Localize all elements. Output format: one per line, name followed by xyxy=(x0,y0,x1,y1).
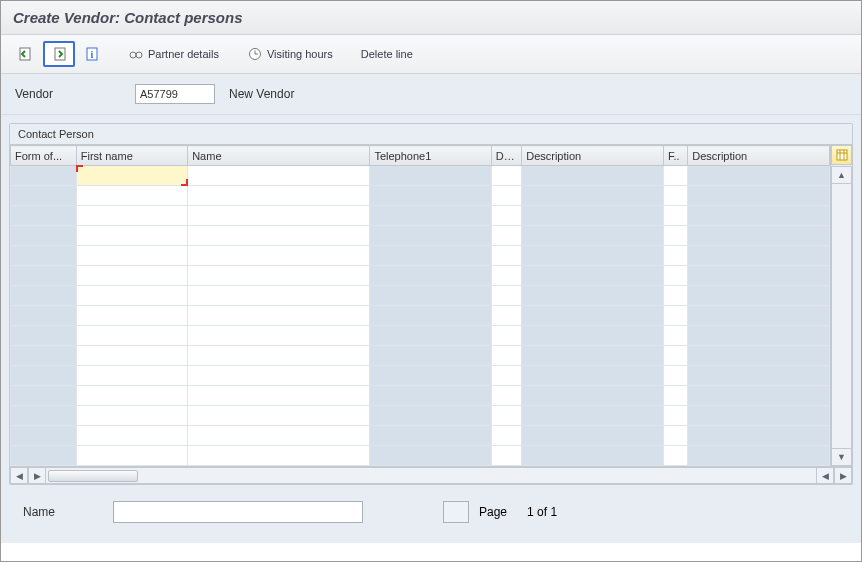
table-cell[interactable] xyxy=(188,406,370,426)
table-cell[interactable] xyxy=(522,406,664,426)
table-cell[interactable] xyxy=(76,166,187,186)
table-cell[interactable] xyxy=(76,346,187,366)
table-row[interactable] xyxy=(11,186,830,206)
contact-person-table[interactable]: Form of... First name Name Telephone1 De… xyxy=(10,145,830,466)
table-cell[interactable] xyxy=(76,246,187,266)
table-cell[interactable] xyxy=(522,186,664,206)
table-cell[interactable] xyxy=(370,246,491,266)
table-cell[interactable] xyxy=(663,246,687,266)
table-row[interactable] xyxy=(11,326,830,346)
table-cell[interactable] xyxy=(663,306,687,326)
table-cell[interactable] xyxy=(688,426,830,446)
table-cell[interactable] xyxy=(11,426,77,446)
nav-prev-button[interactable] xyxy=(11,42,41,66)
table-cell[interactable] xyxy=(663,446,687,466)
table-cell[interactable] xyxy=(188,426,370,446)
table-cell[interactable] xyxy=(663,266,687,286)
table-cell[interactable] xyxy=(688,166,830,186)
table-cell[interactable] xyxy=(188,186,370,206)
table-cell[interactable] xyxy=(11,386,77,406)
table-cell[interactable] xyxy=(491,386,521,406)
table-cell[interactable] xyxy=(491,226,521,246)
table-cell[interactable] xyxy=(188,306,370,326)
table-cell[interactable] xyxy=(491,366,521,386)
table-cell[interactable] xyxy=(688,326,830,346)
table-row[interactable] xyxy=(11,246,830,266)
col-telephone1[interactable]: Telephone1 xyxy=(370,146,491,166)
table-cell[interactable] xyxy=(188,286,370,306)
table-cell[interactable] xyxy=(370,206,491,226)
table-cell[interactable] xyxy=(76,386,187,406)
table-cell[interactable] xyxy=(522,386,664,406)
table-cell[interactable] xyxy=(663,226,687,246)
table-cell[interactable] xyxy=(76,446,187,466)
table-cell[interactable] xyxy=(11,286,77,306)
table-cell[interactable] xyxy=(688,226,830,246)
table-cell[interactable] xyxy=(688,366,830,386)
table-cell[interactable] xyxy=(491,446,521,466)
table-cell[interactable] xyxy=(491,246,521,266)
table-cell[interactable] xyxy=(370,266,491,286)
table-cell[interactable] xyxy=(522,426,664,446)
table-cell[interactable] xyxy=(688,266,830,286)
table-cell[interactable] xyxy=(491,306,521,326)
col-first-name[interactable]: First name xyxy=(76,146,187,166)
table-cell[interactable] xyxy=(11,166,77,186)
table-cell[interactable] xyxy=(663,326,687,346)
scroll-up-button[interactable]: ▲ xyxy=(831,166,852,184)
table-cell[interactable] xyxy=(688,206,830,226)
table-row[interactable] xyxy=(11,426,830,446)
table-row[interactable] xyxy=(11,266,830,286)
col-name[interactable]: Name xyxy=(188,146,370,166)
table-cell[interactable] xyxy=(370,366,491,386)
table-cell[interactable] xyxy=(688,386,830,406)
table-cell[interactable] xyxy=(522,446,664,466)
table-cell[interactable] xyxy=(688,186,830,206)
table-cell[interactable] xyxy=(188,446,370,466)
table-cell[interactable] xyxy=(522,306,664,326)
table-row[interactable] xyxy=(11,406,830,426)
table-cell[interactable] xyxy=(491,406,521,426)
table-cell[interactable] xyxy=(522,326,664,346)
scroll-left-button[interactable]: ◀ xyxy=(10,467,28,484)
table-cell[interactable] xyxy=(11,406,77,426)
table-cell[interactable] xyxy=(370,346,491,366)
table-cell[interactable] xyxy=(522,166,664,186)
table-cell[interactable] xyxy=(522,286,664,306)
visiting-hours-button[interactable]: Visiting hours xyxy=(240,42,340,66)
table-cell[interactable] xyxy=(11,446,77,466)
table-cell[interactable] xyxy=(370,326,491,346)
table-cell[interactable] xyxy=(11,266,77,286)
col-description[interactable]: Description xyxy=(522,146,664,166)
table-cell[interactable] xyxy=(188,386,370,406)
table-cell[interactable] xyxy=(76,226,187,246)
table-cell[interactable] xyxy=(370,306,491,326)
vendor-code-input[interactable] xyxy=(135,84,215,104)
table-cell[interactable] xyxy=(76,326,187,346)
table-cell[interactable] xyxy=(188,326,370,346)
table-cell[interactable] xyxy=(522,266,664,286)
table-cell[interactable] xyxy=(11,246,77,266)
table-cell[interactable] xyxy=(188,366,370,386)
table-cell[interactable] xyxy=(188,226,370,246)
scroll-right-inner-button[interactable]: ▶ xyxy=(28,467,46,484)
table-cell[interactable] xyxy=(76,366,187,386)
table-cell[interactable] xyxy=(76,186,187,206)
vscroll-track[interactable] xyxy=(831,184,852,448)
table-cell[interactable] xyxy=(11,326,77,346)
table-cell[interactable] xyxy=(522,346,664,366)
table-cell[interactable] xyxy=(663,426,687,446)
table-cell[interactable] xyxy=(11,186,77,206)
table-cell[interactable] xyxy=(491,166,521,186)
table-cell[interactable] xyxy=(491,206,521,226)
table-row[interactable] xyxy=(11,446,830,466)
table-cell[interactable] xyxy=(188,266,370,286)
table-cell[interactable] xyxy=(76,266,187,286)
col-description2[interactable]: Description xyxy=(688,146,830,166)
table-cell[interactable] xyxy=(76,406,187,426)
table-cell[interactable] xyxy=(522,366,664,386)
table-cell[interactable] xyxy=(663,286,687,306)
table-cell[interactable] xyxy=(11,226,77,246)
table-cell[interactable] xyxy=(370,226,491,246)
table-row[interactable] xyxy=(11,346,830,366)
